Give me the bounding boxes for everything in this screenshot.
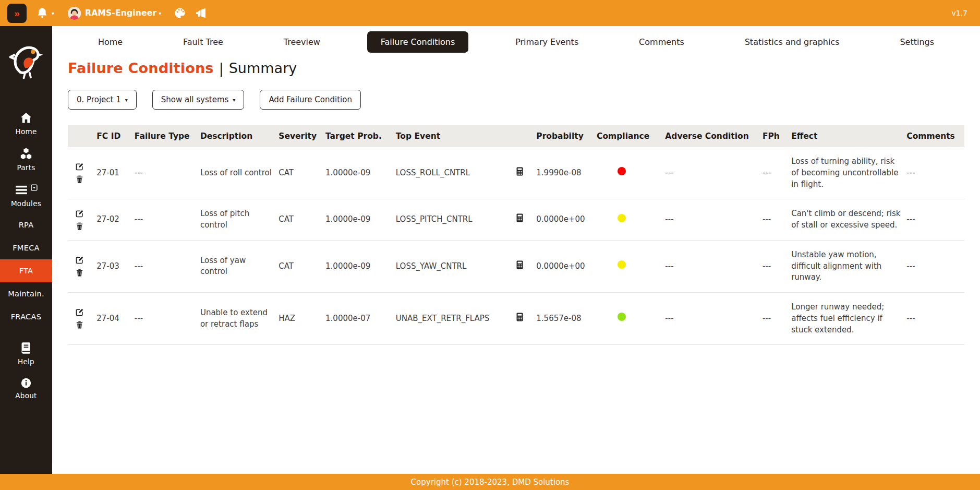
row-actions-cell <box>68 147 96 199</box>
table-row: 27-02---Loss of pitch controlCAT1.0000e-… <box>68 199 964 241</box>
column-header-target-prob: Target Prob. <box>325 125 396 147</box>
column-header-empty <box>515 125 536 147</box>
sidebar-item-rpa[interactable]: RPA <box>0 213 52 236</box>
top-event-cell: LOSS_YAW_CNTRL <box>396 240 515 292</box>
compliance-cell <box>597 240 665 292</box>
sidebar-item-fmeca[interactable]: FMECA <box>0 236 52 259</box>
column-header-compliance: Compliance <box>597 125 665 147</box>
delete-button[interactable] <box>75 320 84 329</box>
app-version: v1.7 <box>951 9 967 17</box>
tab-fault-tree[interactable]: Fault Tree <box>170 31 237 53</box>
calculate-cell <box>515 240 536 292</box>
sidebar-item-about[interactable]: About <box>0 372 52 405</box>
tab-bar: HomeFault TreeTreeviewFailure Conditions… <box>68 31 964 53</box>
delete-button[interactable] <box>75 268 84 277</box>
effect-cell: Longer runway needed; affects fuel effic… <box>791 293 906 345</box>
toolbar: 0. Project 1 ▾ Show all systems ▾ Add Fa… <box>68 90 964 110</box>
edit-button[interactable] <box>75 209 84 218</box>
edit-button[interactable] <box>75 308 84 317</box>
double-chevron-right-icon: » <box>14 8 20 18</box>
sidebar-item-label: FTA <box>19 267 33 275</box>
calculate-cell <box>515 293 536 345</box>
compliance-status-dot <box>618 167 626 175</box>
adverse-condition-cell: --- <box>665 293 763 345</box>
tab-home[interactable]: Home <box>84 31 136 53</box>
sidebar-item-label: Home <box>15 127 37 136</box>
tab-failure-conditions[interactable]: Failure Conditions <box>367 31 468 53</box>
tab-primary-events[interactable]: Primary Events <box>502 31 592 53</box>
column-header-effect: Effect <box>791 125 906 147</box>
tab-comments[interactable]: Comments <box>625 31 698 53</box>
notifications-button[interactable] <box>36 7 49 19</box>
systems-filter-dropdown[interactable]: Show all systems ▾ <box>152 90 245 110</box>
fph-cell: --- <box>763 199 791 241</box>
theme-button[interactable] <box>174 7 186 19</box>
project-dropdown[interactable]: 0. Project 1 ▾ <box>68 90 137 110</box>
tab-statistics-and-graphics[interactable]: Statistics and graphics <box>731 31 853 53</box>
sidebar-item-modules[interactable]: Modules <box>0 177 52 213</box>
calculate-button[interactable] <box>515 260 525 270</box>
book-icon <box>19 341 33 355</box>
user-caret-icon: ▾ <box>159 10 161 16</box>
target-prob-cell: 1.0000e-07 <box>325 293 396 345</box>
app-logo[interactable] <box>7 41 45 80</box>
edit-button[interactable] <box>75 162 84 171</box>
sidebar-item-help[interactable]: Help <box>0 336 52 372</box>
column-header-fph: FPh <box>763 125 791 147</box>
target-prob-cell: 1.0000e-09 <box>325 240 396 292</box>
sidebar-item-parts[interactable]: Parts <box>0 141 52 177</box>
sidebar-item-maintain[interactable]: Maintain. <box>0 282 52 305</box>
info-icon <box>20 377 32 389</box>
delete-button[interactable] <box>75 222 84 231</box>
page-title-main: Failure Conditions <box>68 60 214 76</box>
column-header-adverse-condition: Adverse Condition <box>665 125 763 147</box>
comments-cell: --- <box>906 240 964 292</box>
menu-icon <box>15 183 28 197</box>
column-header-severity: Severity <box>279 125 325 147</box>
calculate-cell <box>515 199 536 241</box>
sidebar-item-fta[interactable]: FTA <box>0 259 52 282</box>
avatar <box>68 7 81 20</box>
announcements-button[interactable] <box>195 7 207 19</box>
tab-treeview[interactable]: Treeview <box>270 31 334 53</box>
severity-cell: CAT <box>279 147 325 199</box>
failure-type-cell: --- <box>135 199 200 241</box>
delete-button[interactable] <box>75 175 84 184</box>
add-failure-condition-button[interactable]: Add Failure Condition <box>260 90 361 110</box>
sidebar: Home Parts Modules <box>0 26 52 474</box>
effect-cell: Loss of turning ability, risk of becomin… <box>791 147 906 199</box>
sidebar-item-home[interactable]: Home <box>0 105 52 141</box>
edit-button[interactable] <box>75 256 84 265</box>
username: RAMS-Engineer <box>85 8 156 18</box>
top-event-cell: LOSS_PITCH_CNTRL <box>396 199 515 241</box>
bell-caret-icon[interactable]: ▾ <box>52 10 54 16</box>
fph-cell: --- <box>763 147 791 199</box>
description-cell: Unable to extend or retract flaps <box>200 293 279 345</box>
calculate-button[interactable] <box>515 312 525 322</box>
column-header-empty <box>68 125 96 147</box>
chevron-down-icon: ▾ <box>233 97 235 103</box>
calculate-button[interactable] <box>515 166 525 176</box>
comments-cell: --- <box>906 293 964 345</box>
calculate-button[interactable] <box>515 213 525 223</box>
home-icon <box>19 111 33 125</box>
description-cell: Loss of pitch control <box>200 199 279 241</box>
row-actions-cell <box>68 199 96 241</box>
modules-dropdown-icon <box>31 184 38 191</box>
palette-icon <box>174 7 186 19</box>
tab-settings[interactable]: Settings <box>886 31 948 53</box>
compliance-cell <box>597 293 665 345</box>
sidebar-toggle-button[interactable]: » <box>7 4 27 23</box>
sidebar-item-label: Modules <box>11 199 41 208</box>
user-menu[interactable]: RAMS-Engineer ▾ <box>68 7 161 20</box>
effect-cell: Unstable yaw motion, difficult alignment… <box>791 240 906 292</box>
fc-id-cell: 27-03 <box>96 240 135 292</box>
cubes-icon <box>19 147 33 161</box>
adverse-condition-cell: --- <box>665 147 763 199</box>
target-prob-cell: 1.0000e-09 <box>325 147 396 199</box>
main-content: HomeFault TreeTreeviewFailure Conditions… <box>52 26 980 474</box>
top-event-cell: UNAB_EXT_RETR_FLAPS <box>396 293 515 345</box>
sidebar-item-fracas[interactable]: FRACAS <box>0 305 52 328</box>
row-actions-cell <box>68 293 96 345</box>
fph-cell: --- <box>763 240 791 292</box>
